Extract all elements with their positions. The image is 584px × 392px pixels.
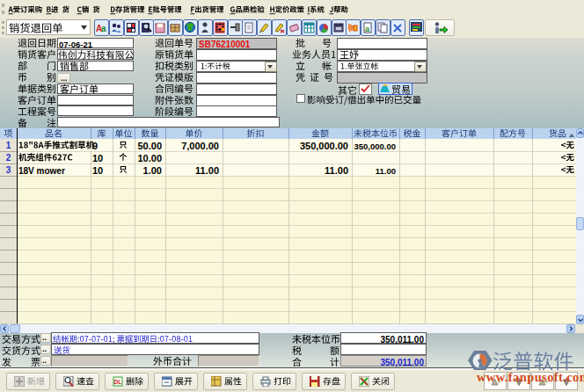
svg-text:a: a [101, 24, 106, 33]
svg-text:DL: DL [114, 379, 122, 385]
